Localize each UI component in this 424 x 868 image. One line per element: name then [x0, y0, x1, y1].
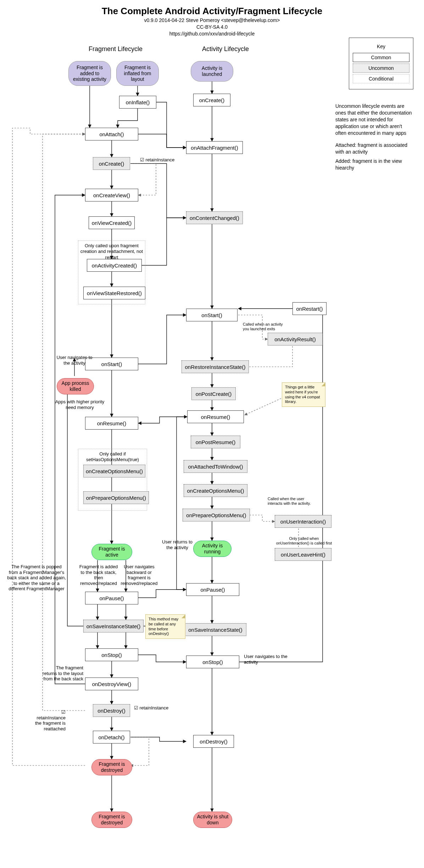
- frag-onActivityCreated: onActivityCreated(): [87, 259, 142, 272]
- page-title: The Complete Android Activity/Fragment L…: [0, 6, 424, 17]
- legend-attached-text: Attached: fragment is associated with an…: [335, 142, 413, 155]
- frag-onInflate: onInflate(): [119, 96, 156, 109]
- note-compat: Things get a little weird here if you're…: [282, 382, 325, 407]
- act-onActivityResult: onActivityResult(): [268, 333, 323, 345]
- pill-app-killed: App process killed: [57, 378, 94, 394]
- frag-onCreate: onCreate(): [93, 157, 130, 170]
- frag-onDestroy: onDestroy(): [93, 704, 130, 717]
- act-onPostResume: onPostResume(): [191, 436, 240, 448]
- act-onCreate: onCreate(): [193, 94, 230, 106]
- label-retain2: ☑ retainInstance: [134, 705, 177, 711]
- label-user-nav-back: User navigates backward or fragment is r…: [117, 564, 161, 586]
- frag-onCreateOptionsMenu: onCreateOptionsMenu(): [83, 465, 145, 477]
- legend-uncommon-text: Uncommon lifecycle events are ones that …: [335, 103, 413, 136]
- frag-onDetach: onDetach(): [93, 731, 130, 743]
- label-frag-returns: The fragment returns to the layout from …: [41, 665, 83, 682]
- key-common: Common: [353, 53, 409, 62]
- frag-onCreateView: onCreateView(): [85, 189, 138, 201]
- key-conditional: Conditional: [353, 74, 409, 83]
- pill-fragment-added: Fragment is added to existing activity: [68, 61, 111, 86]
- label-user-returns: User returns to the activity: [160, 539, 195, 550]
- pill-fragment-inflated: Fragment is inflated from layout: [116, 61, 159, 86]
- pill-activity-running: Activity is running: [193, 541, 231, 557]
- label-user-interact: Called when the user interacts with the …: [268, 497, 314, 506]
- act-onPause: onPause(): [186, 583, 239, 596]
- legend-added-text: Added: fragment is in the view hiearchy: [335, 158, 413, 171]
- key-uncommon: Uncommon: [353, 63, 409, 73]
- fragment-column-title: Fragment Lifecycle: [89, 45, 143, 53]
- act-onResume: onResume(): [187, 410, 244, 423]
- frag-onViewStateRestored: onViewStateRestored(): [83, 287, 145, 299]
- pill-fragment-active: Fragment is active: [91, 544, 132, 560]
- act-onPrepareOptionsMenu: onPrepareOptionsMenu(): [183, 509, 250, 521]
- activity-column-title: Activity Lifecycle: [202, 45, 249, 53]
- act-onCreateOptionsMenu: onCreateOptionsMenu(): [184, 484, 247, 497]
- act-onRestoreInstanceState: onRestoreInstanceState(): [182, 360, 249, 373]
- act-onPostCreate: onPostCreate(): [191, 387, 236, 400]
- act-onRestart: onRestart(): [292, 302, 327, 315]
- label-retain1: ☑ retainInstance: [140, 157, 183, 163]
- label-user-nav-activity2: User navigates to the activity: [244, 654, 290, 665]
- frag-onStop: onStop(): [85, 648, 138, 661]
- page-meta: v0.9.0 2014-04-22 Steve Pomeroy <stevep@…: [0, 17, 424, 37]
- act-onAttachFragment: onAttachFragment(): [186, 141, 243, 154]
- frag-onViewCreated: onViewCreated(): [89, 216, 135, 229]
- frag-onPause: onPause(): [85, 592, 138, 604]
- frag-onResume: onResume(): [85, 417, 138, 430]
- act-onStart: onStart(): [186, 309, 238, 321]
- frag-onSaveInstanceState: onSaveInstanceState(): [83, 620, 144, 632]
- key-box: Key Common Uncommon Conditional: [349, 38, 413, 89]
- label-retain-reattached: ☑ retainInstance the fragment is reattac…: [23, 709, 66, 731]
- frag-onAttach: onAttach(): [85, 128, 138, 140]
- label-frag-popped: The Fragment is popped from a FragmentMa…: [6, 564, 67, 592]
- label-user-leave: Only called when onUserInteraction() is …: [275, 536, 333, 546]
- act-onAttachedToWindow: onAttachedToWindow(): [184, 460, 247, 473]
- frag-onDestroyView: onDestroyView(): [85, 678, 138, 690]
- act-onStop: onStop(): [186, 656, 239, 668]
- pill-fragment-destroyed2: Fragment is destroyed: [91, 812, 132, 828]
- act-onUserInteraction: onUserInteraction(): [275, 515, 331, 528]
- act-onDestroy: onDestroy(): [193, 735, 234, 748]
- label-user-nav-activity: User navigates to the activity: [53, 355, 96, 366]
- act-onSaveInstanceState: onSaveInstanceState(): [184, 623, 246, 636]
- pill-activity-launched: Activity is launched: [191, 61, 233, 82]
- label-activity-result: Called when an activity you launched exi…: [243, 322, 289, 331]
- note-save: This method may be called at any time be…: [145, 614, 185, 639]
- frag-onPrepareOptionsMenu: onPrepareOptionsMenu(): [83, 491, 149, 504]
- pill-fragment-destroyed: Fragment is destroyed: [91, 759, 132, 775]
- label-frag-backstack: Fragment is added to the back stack, the…: [77, 564, 120, 586]
- act-onUserLeaveHint: onUserLeaveHint(): [275, 548, 331, 561]
- pill-activity-shutdown: Activity is shut down: [193, 812, 232, 828]
- act-onContentChanged: onContentChanged(): [186, 211, 243, 224]
- label-high-priority: Apps with higher priority need memory: [53, 399, 106, 410]
